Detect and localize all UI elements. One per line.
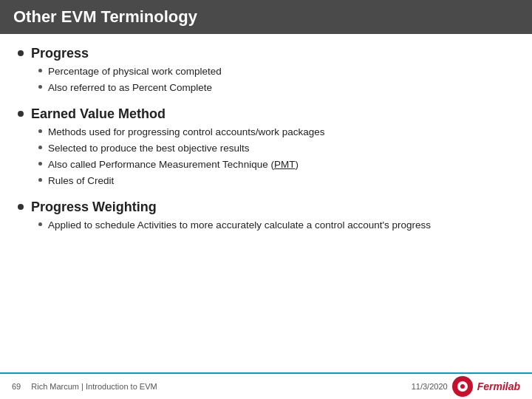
fermilab-logo-dot bbox=[460, 384, 465, 389]
sub-dot-evm-0 bbox=[38, 129, 42, 133]
footer-page-number: 69 bbox=[12, 382, 21, 391]
sub-text-progress-0: Percentage of physical work completed bbox=[48, 64, 222, 79]
footer-author-course: Rich Marcum | Introduction to EVM bbox=[31, 382, 157, 391]
main-bullet-evm: Earned Value Method bbox=[18, 106, 514, 122]
sub-bullet-evm-3: Rules of Credit bbox=[38, 174, 514, 188]
footer-separator: | bbox=[81, 382, 83, 391]
sub-bullet-evm-0: Methods used for progressing control acc… bbox=[38, 125, 514, 140]
title-bar: Other EVM Terminology bbox=[0, 0, 532, 34]
fermilab-brand-name: Fermilab bbox=[477, 381, 520, 392]
footer-course: Introduction to EVM bbox=[86, 382, 157, 391]
fermilab-logo-inner bbox=[457, 381, 468, 392]
sub-dot-progress-1 bbox=[38, 85, 42, 89]
footer: 69 Rich Marcum | Introduction to EVM 11/… bbox=[0, 372, 532, 399]
footer-author: Rich Marcum bbox=[31, 382, 79, 391]
sub-text-pw-0: Applied to schedule Activities to more a… bbox=[48, 218, 431, 233]
sub-dot-evm-2 bbox=[38, 162, 42, 166]
bullet-dot-progress bbox=[18, 50, 24, 56]
fermilab-logo: Fermilab bbox=[452, 376, 520, 397]
section-progress: Progress Percentage of physical work com… bbox=[18, 46, 514, 96]
sub-dot-pw-0 bbox=[38, 222, 42, 226]
heading-pw: Progress Weighting bbox=[31, 200, 157, 215]
section-progress-weighting: Progress Weighting Applied to schedule A… bbox=[18, 200, 514, 233]
sub-text-evm-2: Also called Performance Measurement Tech… bbox=[48, 157, 299, 172]
sub-dot-progress-0 bbox=[38, 69, 42, 72]
slide-title: Other EVM Terminology bbox=[13, 7, 197, 27]
footer-left: 69 Rich Marcum | Introduction to EVM bbox=[12, 382, 157, 391]
sub-text-progress-1: Also referred to as Percent Complete bbox=[48, 81, 212, 95]
sub-bullet-evm-1: Selected to produce the best objective r… bbox=[38, 141, 514, 156]
main-bullet-pw: Progress Weighting bbox=[18, 200, 514, 215]
sub-text-evm-3: Rules of Credit bbox=[48, 174, 114, 188]
sub-bullet-progress-0: Percentage of physical work completed bbox=[38, 64, 514, 79]
heading-evm: Earned Value Method bbox=[31, 106, 166, 122]
footer-date: 11/3/2020 bbox=[412, 382, 448, 391]
slide-content: Progress Percentage of physical work com… bbox=[0, 34, 532, 372]
slide: Other EVM Terminology Progress Percentag… bbox=[0, 0, 532, 399]
bullet-dot-pw bbox=[18, 204, 24, 210]
sub-bullet-pw-0: Applied to schedule Activities to more a… bbox=[38, 218, 514, 233]
heading-progress: Progress bbox=[31, 46, 89, 61]
main-bullet-progress: Progress bbox=[18, 46, 514, 61]
footer-brand: 11/3/2020 Fermilab bbox=[412, 376, 520, 397]
sub-bullet-progress-1: Also referred to as Percent Complete bbox=[38, 81, 514, 95]
sub-bullets-progress: Percentage of physical work completed Al… bbox=[38, 64, 514, 96]
sub-bullets-evm: Methods used for progressing control acc… bbox=[38, 125, 514, 189]
section-evm: Earned Value Method Methods used for pro… bbox=[18, 106, 514, 189]
sub-bullets-pw: Applied to schedule Activities to more a… bbox=[38, 218, 514, 233]
sub-dot-evm-3 bbox=[38, 178, 42, 182]
sub-dot-evm-1 bbox=[38, 146, 42, 149]
fermilab-logo-icon bbox=[452, 376, 473, 397]
sub-bullet-evm-2: Also called Performance Measurement Tech… bbox=[38, 157, 514, 172]
bullet-dot-evm bbox=[18, 111, 24, 117]
sub-text-evm-1: Selected to produce the best objective r… bbox=[48, 141, 249, 156]
sub-text-evm-0: Methods used for progressing control acc… bbox=[48, 125, 324, 140]
